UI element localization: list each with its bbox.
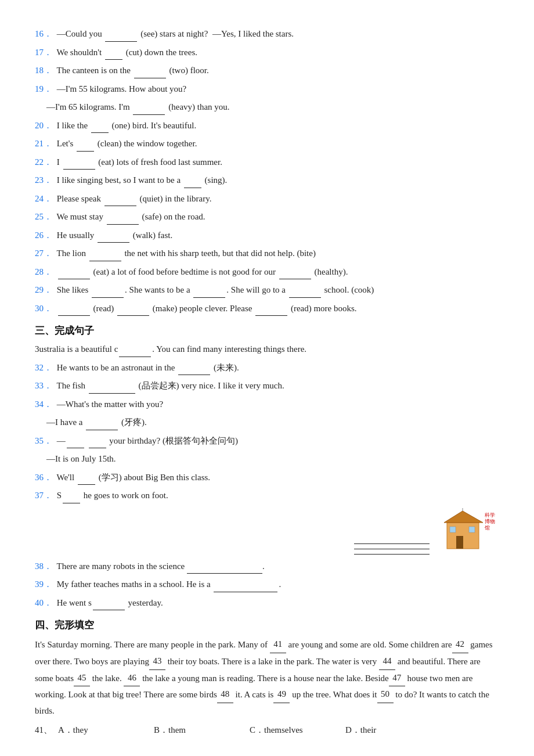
choices-row-41: 41、 A．they B．them C．themselves D．their (35, 723, 499, 738)
question-32: 32． He wants to be an astronaut in the (… (35, 361, 499, 376)
svg-rect-4 (469, 527, 475, 532)
question-27: 27． The lion the net with his sharp teet… (35, 246, 499, 261)
question-35b: —It is on July 15th. (46, 452, 499, 467)
question-37: 37． S he goes to work on foot. (35, 488, 499, 503)
question-17: 17． We shouldn't (cut) down the trees. (35, 45, 499, 60)
question-16: 16． —Could you (see) stars at night? —Ye… (35, 27, 499, 42)
svg-rect-2 (456, 536, 463, 549)
question-30: 30． (read) (make) people clever. Please … (35, 301, 499, 316)
question-40: 40． He went s yesterday. (35, 596, 499, 611)
question-26: 26． He usually (walk) fast. (35, 228, 499, 243)
svg-text:博物: 博物 (485, 519, 495, 524)
question-39: 39． My father teaches maths in a school.… (35, 577, 499, 592)
svg-text:馆: 馆 (484, 525, 490, 531)
choice-41-b: B．them (154, 723, 244, 738)
section4-title: 四、完形填空 (35, 618, 499, 632)
choice-41-c: C．themselves (250, 723, 340, 738)
question-29: 29． She likes . She wants to be a . She … (35, 283, 499, 298)
question-22: 22． I (eat) lots of fresh food last summ… (35, 155, 499, 170)
question-19a: 19． —I'm 55 kilograms. How about you? (35, 82, 499, 97)
question-35a: 35． — your birthday? (根据答句补全问句) (35, 434, 499, 449)
section3-questions: 3ustralia is a beautiful c. You can find… (35, 342, 499, 610)
question-28: 28． (eat) a lot of food before bedtime i… (35, 265, 499, 280)
section3-title: 三、完成句子 (35, 324, 499, 337)
question-33: 33． The fish (品尝起来) very nice. I like it… (35, 379, 499, 394)
choice-41-num: 41、 (35, 723, 52, 738)
question-34a: 34． —What's the matter with you? (35, 397, 499, 412)
building-illustration: 科学 博物 馆 (435, 508, 499, 555)
question-34b: —I have a (牙疼). (46, 415, 499, 430)
question-36: 36． We'll (学习) about Big Ben this class. (35, 470, 499, 485)
question-19b: —I'm 65 kilograms. I'm (heavy) than you. (46, 100, 499, 115)
question-18: 18． The canteen is on the (two) floor. (35, 63, 499, 78)
question-20: 20． I like the (one) bird. It's beautifu… (35, 118, 499, 134)
question-31: 3ustralia is a beautiful c. You can find… (35, 342, 499, 357)
questions-section: 16． —Could you (see) stars at night? —Ye… (35, 27, 499, 316)
question-38: 38． There are many robots in the science… (35, 559, 499, 574)
question-24: 24． Please speak (quiet) in the library. (35, 192, 499, 207)
cloze-paragraph: It's Saturday morning. There are many pe… (35, 636, 499, 719)
svg-marker-1 (444, 511, 483, 523)
choice-41-a: A．they (58, 723, 148, 738)
question-25: 25． We must stay (safe) on the road. (35, 210, 499, 225)
svg-rect-3 (450, 527, 456, 532)
question-23: 23． I like singing best, so I want to be… (35, 173, 499, 188)
image-area: 科学 博物 馆 (35, 508, 499, 555)
question-21: 21． Let's (clean) the window together. (35, 136, 499, 152)
svg-text:科学: 科学 (485, 512, 495, 518)
choice-41-d: D．their (345, 723, 435, 738)
